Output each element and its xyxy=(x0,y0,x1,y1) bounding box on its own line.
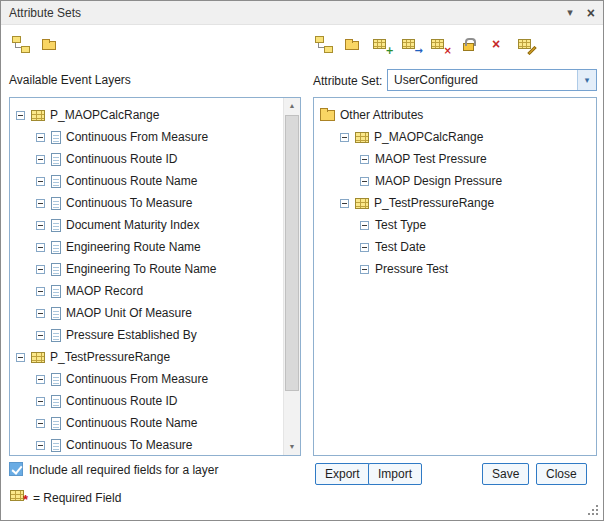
tree-item-label: P_MAOPCalcRange xyxy=(50,108,159,122)
item-box-icon[interactable] xyxy=(36,265,45,274)
tree-item[interactable]: Test Date xyxy=(314,236,596,258)
remove-attribute-button[interactable]: × xyxy=(428,32,452,56)
item-box-icon[interactable] xyxy=(36,199,45,208)
tree-item[interactable]: Document Maturity Index xyxy=(10,214,283,236)
add-event-folder-button[interactable] xyxy=(38,32,62,56)
collapse-toggle-icon[interactable] xyxy=(340,199,349,208)
item-box-icon[interactable] xyxy=(360,177,369,186)
tree-item-label: Continuous Route Name xyxy=(66,174,197,188)
lock-attribute-set-button[interactable] xyxy=(457,32,481,56)
tree-item[interactable]: Continuous To Measure xyxy=(10,434,283,455)
scroll-down-icon[interactable]: ▼ xyxy=(284,439,300,455)
tree-item[interactable]: MAOP Record xyxy=(10,280,283,302)
window-close-icon[interactable]: × xyxy=(587,5,595,21)
tree-item[interactable]: Continuous Route ID xyxy=(10,148,283,170)
item-box-icon[interactable] xyxy=(36,221,45,230)
tree-item-label: Pressure Test xyxy=(375,262,448,276)
open-attribute-set-icon xyxy=(344,36,362,53)
tree-item[interactable]: P_TestPressureRange xyxy=(10,346,283,368)
required-field-legend: = Required Field xyxy=(33,491,121,505)
tree-item[interactable]: Continuous From Measure xyxy=(10,126,283,148)
doc-icon xyxy=(51,395,61,408)
item-box-icon[interactable] xyxy=(36,397,45,406)
tree-item[interactable]: Continuous Route ID xyxy=(10,390,283,412)
item-box-icon[interactable] xyxy=(360,243,369,252)
available-layers-panel: P_MAOPCalcRangeContinuous From MeasureCo… xyxy=(9,97,301,456)
close-button[interactable]: Close xyxy=(536,463,587,485)
import-button[interactable]: Import xyxy=(368,463,422,485)
tree-item-label: Document Maturity Index xyxy=(66,218,199,232)
add-event-folder-icon xyxy=(41,36,59,53)
tree-item-label: Continuous Route Name xyxy=(66,416,197,430)
delete-attribute-set-button[interactable]: × xyxy=(486,32,510,56)
export-button[interactable]: Export xyxy=(315,463,370,485)
attribute-set-tree: Other AttributesP_MAOPCalcRangeMAOP Test… xyxy=(314,98,596,455)
tree-item[interactable]: Other Attributes xyxy=(314,104,596,126)
tree-item[interactable]: Test Type xyxy=(314,214,596,236)
doc-icon xyxy=(51,417,61,430)
tree-item[interactable]: MAOP Test Pressure xyxy=(314,148,596,170)
tree-item-label: MAOP Test Pressure xyxy=(375,152,487,166)
tree-item[interactable]: Engineering To Route Name xyxy=(10,258,283,280)
tree-item-label: Engineering Route Name xyxy=(66,240,201,254)
include-required-checkbox[interactable] xyxy=(9,462,23,476)
doc-icon xyxy=(51,307,61,320)
tree-item[interactable]: Continuous From Measure xyxy=(10,368,283,390)
item-box-icon[interactable] xyxy=(36,375,45,384)
window-menu-icon[interactable]: ▾ xyxy=(567,6,573,19)
collapse-toggle-icon[interactable] xyxy=(340,133,349,142)
scroll-up-icon[interactable]: ▲ xyxy=(284,98,300,114)
doc-icon xyxy=(51,263,61,276)
scrollbar-thumb[interactable] xyxy=(285,115,299,391)
tree-item-label: Continuous To Measure xyxy=(66,196,193,210)
tree-item[interactable]: Continuous To Measure xyxy=(10,192,283,214)
table-icon xyxy=(31,110,45,121)
item-box-icon[interactable] xyxy=(36,155,45,164)
doc-icon xyxy=(51,197,61,210)
resize-grip[interactable] xyxy=(588,505,599,516)
item-box-icon[interactable] xyxy=(360,265,369,274)
item-box-icon[interactable] xyxy=(36,309,45,318)
add-all-attributes-button[interactable]: → xyxy=(399,32,423,56)
tree-item[interactable]: MAOP Design Pressure xyxy=(314,170,596,192)
tree-item[interactable]: P_TestPressureRange xyxy=(314,192,596,214)
item-box-icon[interactable] xyxy=(36,441,45,450)
collapse-toggle-icon[interactable] xyxy=(16,111,25,120)
dropdown-arrow-icon[interactable]: ▾ xyxy=(577,70,596,90)
title-bar[interactable]: Attribute Sets ▾ × xyxy=(1,1,603,25)
tree-item[interactable]: Pressure Test xyxy=(314,258,596,280)
tree-item[interactable]: Pressure Established By xyxy=(10,324,283,346)
new-attribute-set-button[interactable] xyxy=(312,32,336,56)
collapse-toggle-icon[interactable] xyxy=(16,353,25,362)
tree-item[interactable]: Engineering Route Name xyxy=(10,236,283,258)
item-box-icon[interactable] xyxy=(36,177,45,186)
tree-item[interactable]: Continuous Route Name xyxy=(10,412,283,434)
remove-attribute-icon: × xyxy=(431,36,449,53)
item-box-icon[interactable] xyxy=(36,243,45,252)
tree-item[interactable]: MAOP Unit Of Measure xyxy=(10,302,283,324)
doc-icon xyxy=(51,241,61,254)
save-button[interactable]: Save xyxy=(482,463,529,485)
tree-item[interactable]: P_MAOPCalcRange xyxy=(314,126,596,148)
tree-item[interactable]: Continuous Route Name xyxy=(10,170,283,192)
item-box-icon[interactable] xyxy=(360,155,369,164)
attribute-set-dropdown[interactable]: UserConfigured ▾ xyxy=(387,69,597,91)
vertical-scrollbar[interactable]: ▲ ▼ xyxy=(283,98,300,455)
tree-item-label: Test Date xyxy=(375,240,426,254)
lock-attribute-set-icon xyxy=(460,36,478,53)
item-box-icon[interactable] xyxy=(36,419,45,428)
item-box-icon[interactable] xyxy=(360,221,369,230)
include-required-label: Include all required fields for a layer xyxy=(29,463,218,477)
item-box-icon[interactable] xyxy=(36,133,45,142)
validate-attribute-set-button[interactable] xyxy=(515,32,539,56)
attribute-sets-dialog: Attribute Sets ▾ × +→×× Available Event … xyxy=(0,0,604,521)
open-attribute-set-button[interactable] xyxy=(341,32,365,56)
item-box-icon[interactable] xyxy=(36,287,45,296)
add-event-layer-icon xyxy=(12,36,30,53)
add-event-layer-button[interactable] xyxy=(9,32,33,56)
tree-item-label: P_MAOPCalcRange xyxy=(374,130,483,144)
tree-item[interactable]: P_MAOPCalcRange xyxy=(10,104,283,126)
table-icon xyxy=(31,352,45,363)
add-attribute-button[interactable]: + xyxy=(370,32,394,56)
item-box-icon[interactable] xyxy=(36,331,45,340)
